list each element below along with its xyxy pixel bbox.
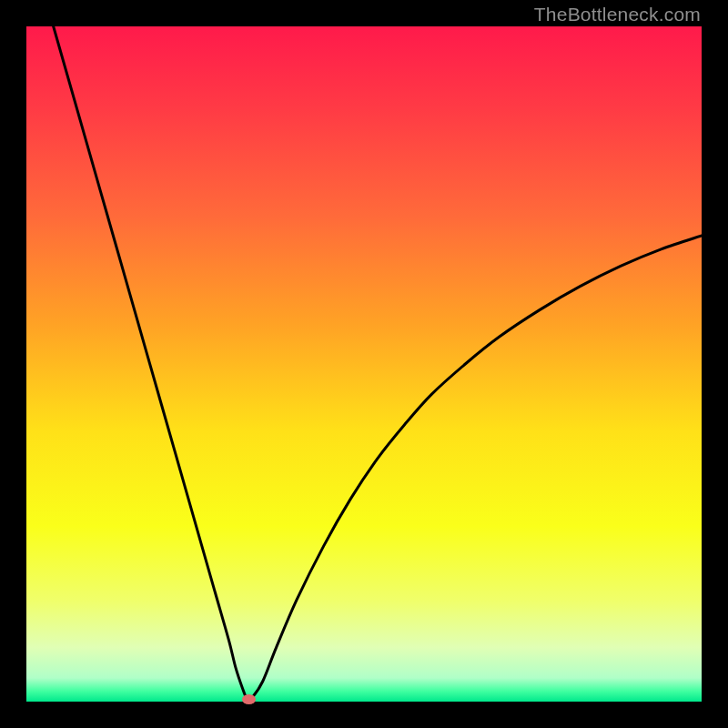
plot-svg [26, 26, 702, 702]
plot-frame [26, 26, 702, 702]
optimal-point-marker [242, 694, 256, 704]
watermark-text: TheBottleneck.com [534, 4, 701, 25]
gradient-background [26, 26, 702, 702]
